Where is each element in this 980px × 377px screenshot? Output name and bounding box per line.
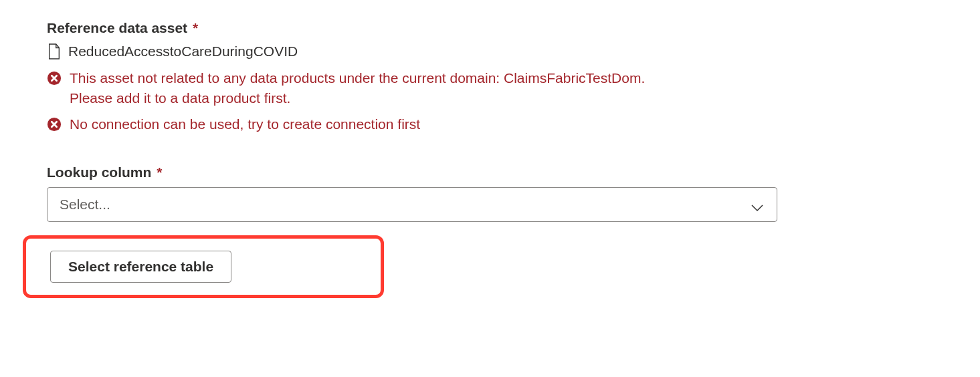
required-asterisk: *: [157, 164, 162, 180]
lookup-column-select[interactable]: [47, 187, 777, 222]
asset-name: ReducedAccesstoCareDuringCOVID: [68, 43, 298, 59]
error-circle-icon: [47, 71, 62, 86]
lookup-column-section: Lookup column *: [47, 164, 933, 222]
lookup-column-label: Lookup column *: [47, 164, 933, 180]
select-reference-table-button[interactable]: Select reference table: [50, 251, 231, 283]
error-row: No connection can be used, try to create…: [47, 114, 933, 134]
reference-data-asset-section: Reference data asset * ReducedAccesstoCa…: [47, 20, 933, 134]
asset-row: ReducedAccesstoCareDuringCOVID: [47, 43, 933, 60]
highlight-annotation: Select reference table: [23, 235, 384, 298]
error-row: This asset not related to any data produ…: [47, 68, 933, 109]
error-text: No connection can be used, try to create…: [70, 114, 420, 134]
error-circle-icon: [47, 117, 62, 132]
reference-data-asset-label: Reference data asset *: [47, 20, 933, 36]
label-text: Reference data asset: [47, 20, 187, 35]
error-text: This asset not related to any data produ…: [70, 68, 685, 109]
lookup-column-select-wrapper: [47, 187, 777, 222]
label-text: Lookup column: [47, 164, 151, 180]
file-icon: [47, 43, 62, 60]
required-asterisk: *: [193, 20, 198, 35]
